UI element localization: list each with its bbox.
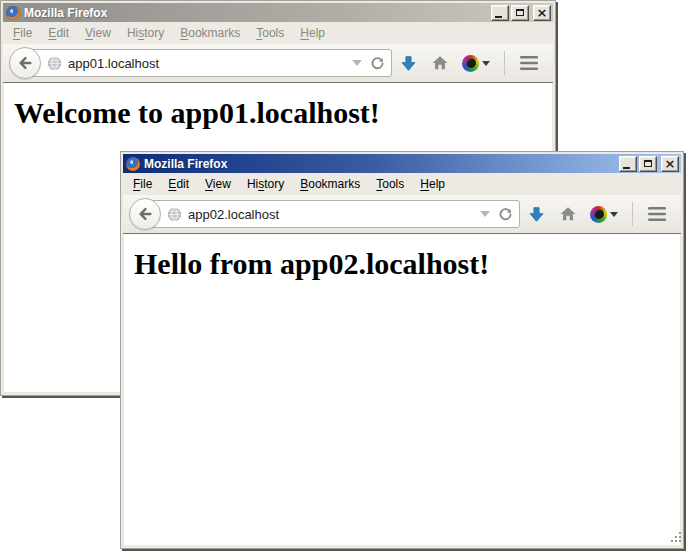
- menu-bar: FileEditViewHistoryBookmarksToolsHelp: [3, 22, 553, 44]
- url-bar[interactable]: app01.localhost: [26, 49, 392, 77]
- download-button[interactable]: [520, 198, 552, 230]
- window-title: Mozilla Firefox: [24, 6, 491, 20]
- urlbar-dropdown-icon[interactable]: [352, 60, 362, 66]
- grip-dots-icon: [670, 531, 682, 543]
- menu-tools[interactable]: Tools: [248, 23, 292, 43]
- minimize-button[interactable]: [619, 156, 637, 172]
- extension-caret-icon: [482, 61, 490, 66]
- home-button[interactable]: [424, 47, 456, 79]
- extension-color-wheel-icon: [590, 206, 607, 223]
- maximize-button[interactable]: [639, 156, 657, 172]
- menu-file[interactable]: File: [125, 174, 160, 194]
- titlebar[interactable]: Mozilla Firefox ×: [3, 3, 553, 22]
- menu-history[interactable]: History: [239, 174, 292, 194]
- menu-view[interactable]: View: [77, 23, 119, 43]
- minimize-button[interactable]: [491, 5, 509, 21]
- reload-button[interactable]: [498, 207, 513, 222]
- menu-edit[interactable]: Edit: [160, 174, 197, 194]
- menu-history[interactable]: History: [119, 23, 172, 43]
- menu-edit[interactable]: Edit: [40, 23, 77, 43]
- minimize-icon: [623, 167, 630, 169]
- menu-tools[interactable]: Tools: [368, 174, 412, 194]
- browser-window-app02: Mozilla Firefox × FileEditViewHistoryBoo…: [120, 151, 684, 549]
- download-icon: [528, 206, 545, 223]
- site-identity-globe-icon[interactable]: [47, 56, 62, 71]
- reload-button[interactable]: [370, 56, 385, 71]
- extension-color-wheel-icon: [462, 55, 479, 72]
- close-button[interactable]: ×: [533, 5, 551, 21]
- firefox-icon: [126, 157, 140, 171]
- menu-help[interactable]: Help: [412, 174, 453, 194]
- app-menu-button[interactable]: [513, 47, 545, 79]
- url-bar[interactable]: app02.localhost: [146, 200, 520, 228]
- toolbar-separator: [632, 202, 633, 226]
- extension-button[interactable]: [584, 198, 624, 230]
- navigation-toolbar: app01.localhost: [3, 44, 553, 83]
- reload-icon: [498, 207, 513, 222]
- back-arrow-icon: [16, 54, 34, 72]
- extension-button[interactable]: [456, 47, 496, 79]
- menu-bookmarks[interactable]: Bookmarks: [292, 174, 368, 194]
- close-button[interactable]: ×: [661, 156, 679, 172]
- reload-icon: [370, 56, 385, 71]
- close-icon: ×: [665, 159, 676, 169]
- resize-grip[interactable]: [670, 529, 682, 547]
- url-text[interactable]: app01.localhost: [68, 56, 352, 71]
- home-button[interactable]: [552, 198, 584, 230]
- toolbar-separator: [504, 51, 505, 75]
- menu-file[interactable]: File: [5, 23, 40, 43]
- page-heading: Welcome to app01.localhost!: [14, 96, 552, 130]
- menu-bar: FileEditViewHistoryBookmarksToolsHelp: [123, 173, 681, 195]
- url-text[interactable]: app02.localhost: [188, 207, 480, 222]
- back-button[interactable]: [129, 198, 161, 230]
- hamburger-icon: [520, 56, 538, 70]
- minimize-icon: [495, 16, 502, 18]
- page-heading: Hello from app02.localhost!: [134, 247, 680, 281]
- window-title: Mozilla Firefox: [144, 157, 619, 171]
- menu-help[interactable]: Help: [292, 23, 333, 43]
- download-button[interactable]: [392, 47, 424, 79]
- menu-view[interactable]: View: [197, 174, 239, 194]
- home-icon: [559, 205, 577, 223]
- titlebar[interactable]: Mozilla Firefox ×: [123, 154, 681, 173]
- maximize-icon: [644, 160, 652, 167]
- maximize-icon: [516, 9, 524, 16]
- site-identity-globe-icon[interactable]: [167, 207, 182, 222]
- close-icon: ×: [537, 8, 548, 18]
- download-icon: [400, 55, 417, 72]
- navigation-toolbar: app02.localhost: [123, 195, 681, 234]
- window-controls: ×: [619, 156, 679, 172]
- back-button[interactable]: [9, 47, 41, 79]
- maximize-button[interactable]: [511, 5, 529, 21]
- firefox-icon: [6, 6, 20, 20]
- hamburger-icon: [648, 207, 666, 221]
- app-menu-button[interactable]: [641, 198, 673, 230]
- home-icon: [431, 54, 449, 72]
- back-arrow-icon: [136, 205, 154, 223]
- page-content: Hello from app02.localhost!: [124, 234, 680, 545]
- menu-bookmarks[interactable]: Bookmarks: [172, 23, 248, 43]
- extension-caret-icon: [610, 212, 618, 217]
- urlbar-dropdown-icon[interactable]: [480, 211, 490, 217]
- window-controls: ×: [491, 5, 551, 21]
